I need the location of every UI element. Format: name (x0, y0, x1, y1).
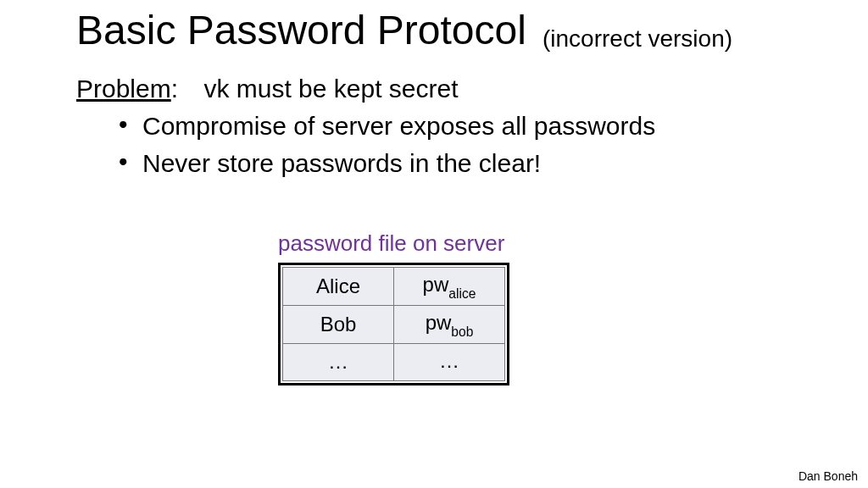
cell-password: … (394, 343, 505, 381)
slide-subtitle: (incorrect version) (542, 25, 732, 53)
footer-author: Dan Boneh (798, 469, 858, 483)
problem-colon: : (171, 75, 178, 103)
slide: Basic Password Protocol (incorrect versi… (0, 0, 868, 488)
cell-password: pwalice (394, 268, 505, 306)
table-caption: password file on server (278, 230, 504, 257)
cell-name: … (283, 343, 394, 381)
bullet-list: Compromise of server exposes all passwor… (119, 112, 655, 186)
pw-prefix: … (439, 349, 459, 372)
table-row: … … (283, 343, 505, 381)
problem-label-text: Problem (76, 75, 171, 103)
cell-password: pwbob (394, 305, 505, 343)
bullet-item: Never store passwords in the clear! (119, 149, 655, 178)
problem-line: Problem: vk must be kept secret (76, 75, 459, 103)
cell-name: Bob (283, 305, 394, 343)
table-row: Bob pwbob (283, 305, 505, 343)
slide-title: Basic Password Protocol (76, 7, 526, 53)
table-row: Alice pwalice (283, 268, 505, 306)
bullet-item: Compromise of server exposes all passwor… (119, 112, 655, 141)
pw-prefix: pw (426, 311, 452, 334)
pw-prefix: pw (423, 273, 449, 296)
cell-name: Alice (283, 268, 394, 306)
problem-text: vk must be kept secret (203, 75, 458, 103)
pw-sub: alice (448, 286, 476, 301)
password-table: Alice pwalice Bob pwbob … … (278, 263, 509, 385)
pw-sub: bob (451, 324, 473, 339)
problem-label: Problem (76, 75, 171, 103)
